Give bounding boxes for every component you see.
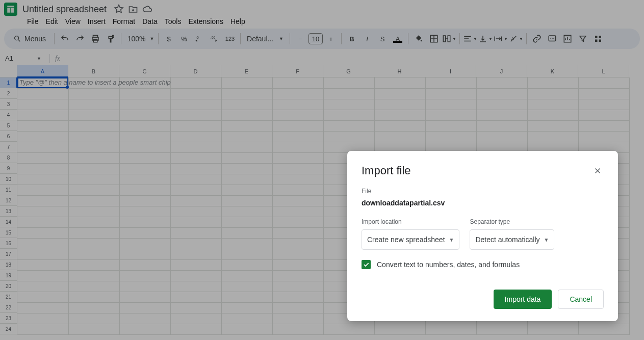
file-label: File <box>362 188 604 195</box>
caret-down-icon: ▼ <box>544 237 549 243</box>
dialog-title: Import file <box>362 164 411 177</box>
caret-down-icon: ▼ <box>449 237 454 243</box>
separator-type-dropdown[interactable]: Detect automatically ▼ <box>470 229 554 250</box>
cancel-button[interactable]: Cancel <box>558 290 604 309</box>
import-location-dropdown[interactable]: Create new spreadsheet ▼ <box>362 229 459 250</box>
import-location-label: Import location <box>362 218 459 225</box>
import-file-dialog: Import file File downloaddatapartial.csv… <box>347 151 618 321</box>
separator-type-label: Separator type <box>470 218 554 225</box>
close-icon[interactable] <box>591 165 604 177</box>
convert-checkbox[interactable] <box>362 260 371 269</box>
convert-label: Convert text to numbers, dates, and form… <box>377 260 520 269</box>
import-data-button[interactable]: Import data <box>494 290 552 309</box>
file-name: downloaddatapartial.csv <box>362 199 604 207</box>
